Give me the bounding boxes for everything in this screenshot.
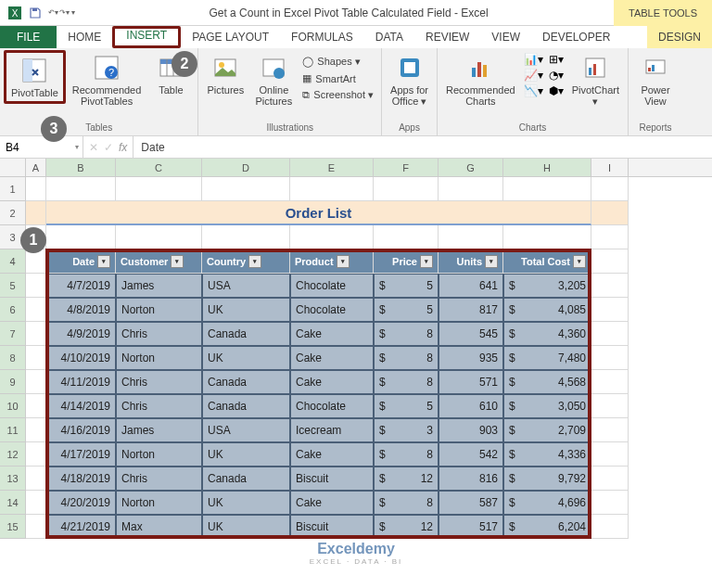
cell[interactable]	[503, 225, 591, 249]
cell[interactable]	[46, 177, 116, 201]
tab-file[interactable]: FILE	[0, 26, 57, 48]
colhead-E[interactable]: E	[290, 159, 374, 176]
cell[interactable]	[591, 322, 629, 346]
cell[interactable]	[591, 225, 629, 249]
cell[interactable]	[591, 442, 629, 467]
tab-data[interactable]: DATA	[364, 26, 414, 48]
cell[interactable]: James	[116, 274, 202, 298]
pivotchart-button[interactable]: PivotChart ▾	[567, 50, 624, 109]
recommended-charts-button[interactable]: Recommended Charts	[441, 50, 520, 109]
tab-view[interactable]: VIEW	[480, 26, 531, 48]
cell[interactable]	[26, 515, 46, 539]
header-units[interactable]: Units▾	[439, 249, 503, 274]
cell[interactable]	[503, 177, 591, 201]
cell[interactable]: $4,360	[503, 322, 591, 346]
cell[interactable]	[26, 370, 46, 394]
cell[interactable]	[290, 177, 374, 201]
cell[interactable]: 4/8/2019	[46, 298, 116, 322]
cell[interactable]: $2,709	[503, 418, 591, 442]
header-country[interactable]: Country▾	[202, 249, 290, 274]
rowhead-13[interactable]: 13	[0, 467, 26, 491]
cell[interactable]	[591, 201, 629, 225]
chart-type-5[interactable]: ◔▾	[549, 69, 564, 82]
rowhead-15[interactable]: 15	[0, 515, 26, 539]
tab-page-layout[interactable]: PAGE LAYOUT	[181, 26, 280, 48]
colhead-D[interactable]: D	[202, 159, 290, 176]
cell[interactable]: Icecream	[290, 418, 374, 442]
cell[interactable]	[591, 346, 629, 370]
screenshot-button[interactable]: ⧉Screenshot ▾	[299, 87, 377, 103]
cell[interactable]	[591, 394, 629, 418]
cell[interactable]	[591, 491, 629, 515]
chart-type-6[interactable]: ⬢▾	[549, 84, 564, 97]
cell[interactable]: Norton	[116, 346, 202, 370]
cell[interactable]: 4/18/2019	[46, 467, 116, 491]
cell[interactable]: $3,050	[503, 394, 591, 418]
cell[interactable]: Chris	[116, 394, 202, 418]
cell[interactable]: UK	[202, 515, 290, 539]
cell[interactable]: $5	[374, 298, 439, 322]
cell[interactable]: Chocolate	[290, 298, 374, 322]
rowhead-4[interactable]: 4	[0, 249, 26, 274]
filter-units[interactable]: ▾	[485, 255, 498, 268]
shapes-button[interactable]: ◯Shapes ▾	[299, 54, 377, 70]
tab-developer[interactable]: DEVELOPER	[531, 26, 621, 48]
name-box[interactable]: B4	[0, 136, 83, 158]
filter-country[interactable]: ▾	[248, 255, 261, 268]
chart-type-1[interactable]: 📊▾	[524, 53, 543, 66]
rowhead-6[interactable]: 6	[0, 298, 26, 322]
cell[interactable]: 935	[439, 346, 503, 370]
cell[interactable]: $9,792	[503, 467, 591, 491]
header-customer[interactable]: Customer▾	[116, 249, 202, 274]
cell[interactable]: 571	[439, 370, 503, 394]
cell[interactable]: $8	[374, 322, 439, 346]
smartart-button[interactable]: ▦SmartArt	[299, 70, 377, 86]
cell[interactable]: $8	[374, 346, 439, 370]
cell[interactable]	[26, 394, 46, 418]
rowhead-12[interactable]: 12	[0, 442, 26, 467]
filter-product[interactable]: ▾	[337, 255, 350, 268]
cell[interactable]	[591, 298, 629, 322]
cell[interactable]	[439, 177, 503, 201]
redo-dropdown[interactable]: ↷▾	[59, 8, 65, 17]
chart-type-3[interactable]: 📉▾	[524, 84, 543, 97]
cell[interactable]	[374, 225, 439, 249]
undo-dropdown[interactable]: ↶▾	[48, 8, 54, 17]
cell[interactable]: 816	[439, 467, 503, 491]
cell[interactable]: $8	[374, 442, 439, 467]
cell[interactable]: 517	[439, 515, 503, 539]
cell-grid[interactable]: 1 Order ListDate▾Customer▾Country▾Produc…	[26, 177, 712, 539]
cell[interactable]: $3	[374, 418, 439, 442]
header-total[interactable]: Total Cost▾	[503, 249, 591, 274]
header-price[interactable]: Price▾	[374, 249, 439, 274]
cell[interactable]: UK	[202, 442, 290, 467]
cell[interactable]: 4/16/2019	[46, 418, 116, 442]
cell[interactable]: $8	[374, 491, 439, 515]
cell[interactable]	[26, 249, 46, 274]
cell[interactable]: 4/17/2019	[46, 442, 116, 467]
fx-icon[interactable]: fx	[119, 141, 127, 154]
recommended-pivottables-button[interactable]: ? Recommended PivotTables	[68, 50, 146, 109]
cell[interactable]: Chris	[116, 370, 202, 394]
cell[interactable]: Biscuit	[290, 467, 374, 491]
colhead-G[interactable]: G	[439, 159, 503, 176]
tab-design[interactable]: DESIGN	[647, 26, 712, 48]
cell[interactable]	[26, 201, 46, 225]
online-pictures-button[interactable]: Online Pictures	[250, 50, 297, 109]
tab-review[interactable]: REVIEW	[414, 26, 480, 48]
cell[interactable]	[116, 177, 202, 201]
save-icon[interactable]	[28, 6, 43, 20]
cell[interactable]: James	[116, 418, 202, 442]
cell[interactable]: Norton	[116, 442, 202, 467]
cell[interactable]: $12	[374, 467, 439, 491]
rowhead-9[interactable]: 9	[0, 370, 26, 394]
cell[interactable]: USA	[202, 274, 290, 298]
cell[interactable]: $4,336	[503, 442, 591, 467]
chart-type-4[interactable]: ⊞▾	[549, 53, 564, 66]
power-view-button[interactable]: Power View	[632, 50, 679, 109]
cell[interactable]: 4/20/2019	[46, 491, 116, 515]
rowhead-10[interactable]: 10	[0, 394, 26, 418]
cell[interactable]: Chris	[116, 322, 202, 346]
cell[interactable]: Chocolate	[290, 274, 374, 298]
rowhead-2[interactable]: 2	[0, 201, 26, 225]
